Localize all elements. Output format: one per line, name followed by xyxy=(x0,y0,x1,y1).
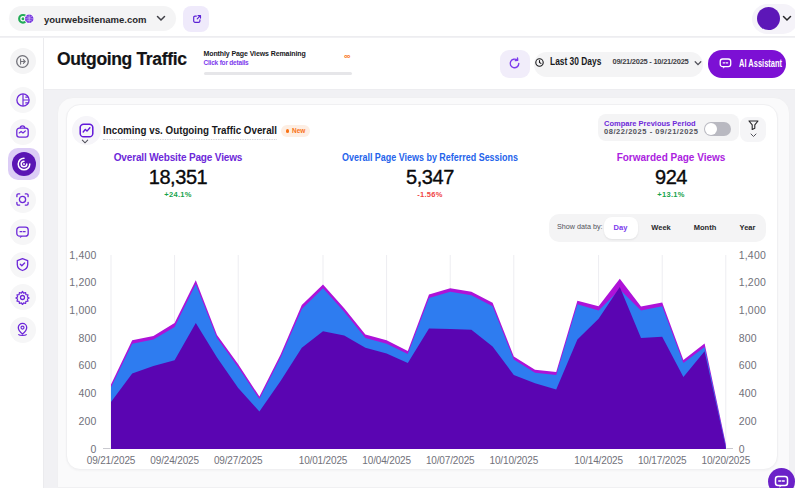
svg-text:200: 200 xyxy=(78,415,96,427)
svg-text:10/04/2025: 10/04/2025 xyxy=(362,455,411,466)
svg-text:10/01/2025: 10/01/2025 xyxy=(299,455,348,466)
svg-text:10/20/2025: 10/20/2025 xyxy=(702,455,751,466)
svg-text:1,000: 1,000 xyxy=(69,304,96,316)
svg-text:0: 0 xyxy=(739,443,745,455)
svg-text:600: 600 xyxy=(739,359,757,371)
svg-text:1,200: 1,200 xyxy=(739,276,766,288)
svg-text:400: 400 xyxy=(739,387,757,399)
svg-text:10/14/2025: 10/14/2025 xyxy=(574,455,623,466)
svg-text:09/24/2025: 09/24/2025 xyxy=(150,455,199,466)
svg-text:09/27/2025: 09/27/2025 xyxy=(214,455,263,466)
svg-text:10/07/2025: 10/07/2025 xyxy=(426,455,475,466)
svg-text:1,400: 1,400 xyxy=(69,249,96,261)
svg-text:10/17/2025: 10/17/2025 xyxy=(638,455,687,466)
svg-text:1,200: 1,200 xyxy=(69,276,96,288)
svg-text:800: 800 xyxy=(739,332,757,344)
svg-text:0: 0 xyxy=(90,443,96,455)
svg-text:10/10/2025: 10/10/2025 xyxy=(490,455,539,466)
svg-text:1,000: 1,000 xyxy=(739,304,766,316)
svg-text:400: 400 xyxy=(78,387,96,399)
svg-text:600: 600 xyxy=(78,359,96,371)
svg-text:200: 200 xyxy=(739,415,757,427)
svg-text:1,400: 1,400 xyxy=(739,249,766,261)
svg-text:800: 800 xyxy=(78,332,96,344)
svg-text:09/21/2025: 09/21/2025 xyxy=(87,455,136,466)
